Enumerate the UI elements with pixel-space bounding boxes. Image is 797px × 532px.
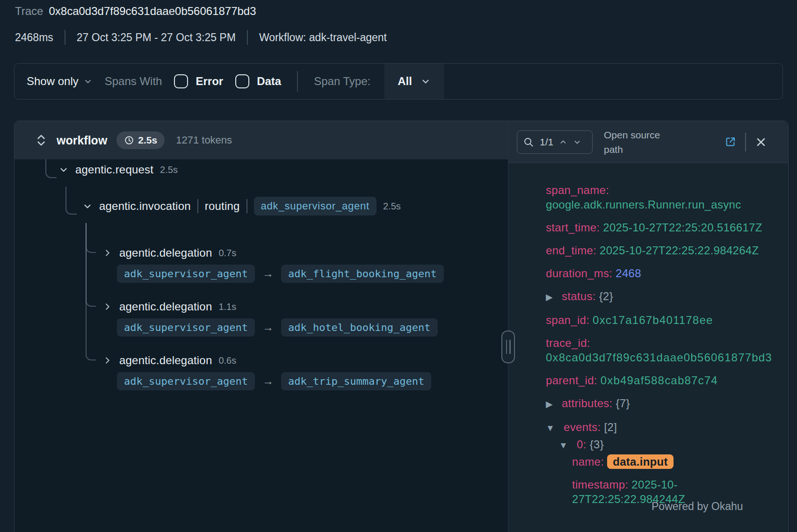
event-name-badge: data.input [607,454,674,469]
detail-span-name: span_name: google.adk.runners.Runner.run… [546,183,767,212]
expand-triangle-icon[interactable]: ▶ [546,399,553,409]
divider [297,71,298,92]
span-duration: 1.1s [218,302,236,312]
detail-value: 0x8ca0d3d7f89c631daae0b56061877bd3 [546,351,772,364]
span-duration: 0.7s [218,248,236,259]
detail-key: span_id: [546,314,589,326]
data-label: Data [257,75,281,88]
workflow-bar: workflow 2.5s 1271 tokens [14,121,508,159]
search-icon [523,137,534,148]
detail-value: {7} [616,397,630,410]
collapse-triangle-icon[interactable]: ▼ [559,440,568,450]
detail-events: ▼ events: [2] [546,420,767,435]
open-source-path-link[interactable]: Open source path [604,128,669,157]
detail-value: [2] [604,421,617,433]
trace-detail-container: workflow 2.5s 1271 tokens agentic.reques… [14,121,789,532]
collapse-toggle-icon[interactable] [58,165,69,175]
span-row-delegation[interactable]: agentic.delegation 0.6s [102,352,236,369]
trace-header: Trace 0x8ca0d3d7f89c631daae0b56061877bd3 [15,5,256,18]
data-filter: Data [235,74,281,88]
from-agent-tag: adk_supervisor_agent [117,265,255,283]
detail-duration-ms: duration_ms: 2468 [546,266,767,280]
span-name: agentic.request [75,163,153,176]
detail-parent-id: parent_id: 0xb49af588cab87c74 [546,373,767,388]
detail-event-name: name: data.input [572,454,767,469]
from-agent-tag: adk_supervisor_agent [117,372,255,390]
span-type-label: Span Type: [314,75,370,88]
detail-value: 2025-10-27T22:25:22.984264Z [600,244,759,257]
detail-end-time: end_time: 2025-10-27T22:25:22.984264Z [546,243,767,258]
workflow-duration: 2.5s [138,135,157,146]
detail-value: 0xc17a167b401178ee [593,314,713,326]
trace-workflow: Workflow: adk-travel-agent [259,31,387,44]
tree-connector [86,223,96,360]
span-name: agentic.delegation [119,354,212,367]
detail-key: start_time: [546,221,600,234]
detail-key: 0: [577,438,587,451]
divider [247,30,248,45]
expand-collapse-all-icon[interactable] [35,133,47,147]
workflow-name[interactable]: workflow [57,134,107,147]
span-type-value: All [398,75,412,88]
span-duration: 2.5s [383,201,401,212]
span-row-invocation[interactable]: agentic.invocation routing adk_superviso… [82,198,401,215]
divider [246,199,247,213]
close-icon[interactable] [754,136,768,149]
trace-time-range: 27 Oct 3:25 PM - 27 Oct 3:25 PM [77,31,236,44]
trace-viewer: Trace 0x8ca0d3d7f89c631daae0b56061877bd3… [0,0,797,532]
detail-value: 2025-10-27T22:25:20.516617Z [603,221,762,234]
detail-value: {3} [590,438,604,451]
detail-key: timestamp: [572,478,628,491]
divider [197,199,198,213]
trace-meta: 2468ms 27 Oct 3:25 PM - 27 Oct 3:25 PM W… [15,30,387,45]
filter-bar: Show only Spans With Error Data Span Typ… [14,63,783,100]
arrow-right-icon: → [261,374,275,388]
previous-match-icon[interactable] [559,138,567,146]
detail-key: trace_id: [546,337,590,349]
expand-toggle-icon[interactable] [102,248,113,258]
detail-start-time: start_time: 2025-10-27T22:25:20.516617Z [546,220,767,235]
span-row-request[interactable]: agentic.request 2.5s [58,161,178,178]
span-route: routing [205,200,240,213]
detail-value: 2468 [616,267,641,280]
collapse-triangle-icon[interactable]: ▼ [546,423,555,433]
error-filter: Error [174,74,223,88]
chevron-down-icon [420,76,431,86]
details-panel-header: 1/1 Open source path [508,121,788,163]
error-checkbox[interactable] [174,74,188,88]
expand-toggle-icon[interactable] [102,302,113,312]
next-match-icon[interactable] [573,138,581,146]
expand-triangle-icon[interactable]: ▶ [546,292,553,302]
span-row-delegation[interactable]: agentic.delegation 0.7s [102,244,236,261]
detail-key: events: [564,421,601,433]
detail-value: google.adk.runners.Runner.run_async [546,198,741,211]
powered-by-watermark: Powered by Okahu [652,500,743,513]
span-duration: 2.5s [160,165,178,175]
span-duration: 0.6s [218,355,236,366]
detail-span-id: span_id: 0xc17a167b401178ee [546,313,767,327]
detail-status: ▶ status: {2} [546,289,767,304]
expand-toggle-icon[interactable] [102,355,113,366]
span-row-delegation[interactable]: agentic.delegation 1.1s [102,298,236,315]
search-input[interactable]: 1/1 [517,130,593,154]
tree-connector [45,159,57,178]
detail-key: end_time: [546,244,596,257]
panel-resize-handle[interactable] [501,331,515,363]
detail-key: parent_id: [546,374,597,387]
detail-key: span_name: [546,184,609,196]
span-details-panel: 1/1 Open source path span_name: google.a… [508,121,788,532]
detail-attributes: ▶ attributes: {7} [546,396,767,411]
collapse-toggle-icon[interactable] [82,201,93,211]
span-name: agentic.invocation [99,200,191,213]
span-tree: agentic.request 2.5s agentic.invocation … [14,159,508,532]
span-type-dropdown[interactable]: All [384,64,444,99]
arrow-right-icon: → [261,321,275,334]
span-attributes-json[interactable]: span_name: google.adk.runners.Runner.run… [508,163,788,532]
chevron-down-icon [83,77,93,86]
show-only-dropdown[interactable]: Show only [27,75,93,88]
workflow-tokens: 1271 tokens [176,134,232,146]
span-name: agentic.delegation [119,246,212,259]
data-checkbox[interactable] [235,74,249,88]
external-link-icon[interactable] [724,136,737,148]
spans-with-label: Spans With [105,75,162,88]
